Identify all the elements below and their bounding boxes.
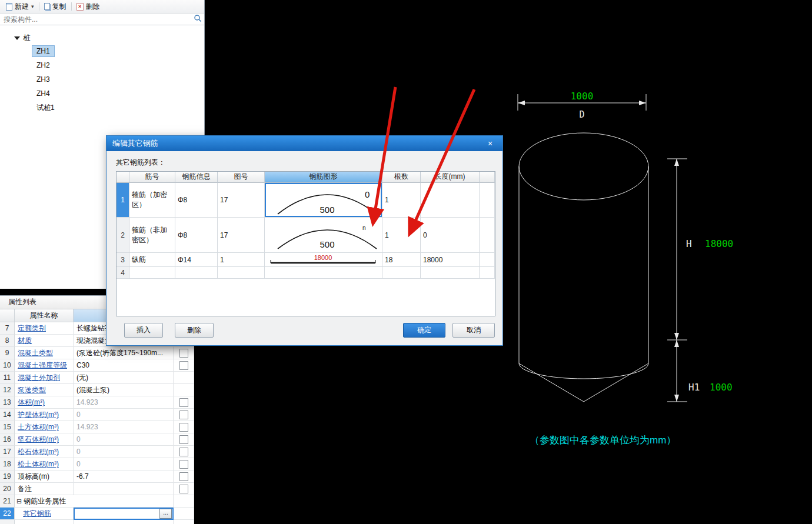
component-toolbar: 新建 ▾ 复制 × 删除	[0, 0, 204, 14]
property-value[interactable]: -6.7	[74, 470, 174, 483]
bar-length	[421, 267, 480, 279]
dim-h-value: 18000	[705, 238, 733, 249]
header-bar-info[interactable]: 钢筋信息	[175, 172, 218, 183]
property-row[interactable]: 17 松石体积(m³) 0	[0, 446, 194, 458]
property-panel-tab[interactable]: 属性列表	[0, 296, 109, 309]
toolbar-separator	[39, 2, 39, 11]
rebar-row[interactable]: 3 纵筋 Φ14 1 18000 18 18000	[117, 253, 495, 267]
checkbox[interactable]	[179, 435, 188, 444]
row-number: 17	[0, 446, 15, 458]
tree-node-pile[interactable]: 桩	[0, 31, 204, 44]
property-row-partial[interactable]	[0, 520, 194, 524]
dim-arrow-icon	[674, 159, 679, 166]
checkbox[interactable]	[179, 410, 188, 419]
property-value[interactable]	[74, 483, 174, 495]
property-row[interactable]: 13 体积(m³) 14.923	[0, 396, 194, 409]
property-row-selected[interactable]: 22 其它钢筋 ...	[0, 508, 194, 520]
property-value[interactable]: C30	[74, 359, 174, 372]
property-row[interactable]: 15 土方体积(m³) 14.923	[0, 421, 194, 433]
tree-item-shizhuang1[interactable]: 试桩1	[0, 101, 204, 115]
property-value[interactable]: (混凝土泵)	[74, 384, 174, 396]
property-row[interactable]: 16 坚石体积(m³) 0	[0, 433, 194, 446]
property-row[interactable]: 18 松土体积(m³) 0	[0, 458, 194, 470]
checkbox-cell	[174, 384, 194, 396]
tree-item-label: ZH4	[32, 88, 54, 99]
property-value[interactable]: (无)	[74, 372, 174, 384]
property-row[interactable]: 10 混凝土强度等级 C30	[0, 359, 194, 372]
close-icon[interactable]: ×	[484, 139, 497, 148]
tree-item-zh3[interactable]: ZH3	[0, 72, 204, 86]
ellipsis-button[interactable]: ...	[159, 509, 172, 519]
property-row[interactable]: 14 护壁体积(m³) 0	[0, 409, 194, 421]
property-group-row[interactable]: 21 钢筋业务属性	[0, 495, 194, 508]
header-property-name[interactable]: 属性名称	[15, 309, 74, 322]
tree-item-zh1[interactable]: ZH1	[0, 44, 204, 58]
property-row[interactable]: 19 顶标高(m) -6.7	[0, 470, 194, 483]
tree-item-zh4[interactable]: ZH4	[0, 86, 204, 101]
search-icon[interactable]	[194, 14, 202, 25]
header-figure-no[interactable]: 图号	[218, 172, 265, 183]
property-value[interactable]: (泵送砼(坍落度175~190m...	[74, 347, 174, 359]
delete-button[interactable]: × 删除	[74, 1, 103, 12]
header-length[interactable]: 长度(mm)	[421, 172, 480, 183]
search-input[interactable]	[2, 15, 194, 24]
property-row[interactable]: 11 混凝土外加剂 (无)	[0, 372, 194, 384]
chevron-down-icon[interactable]: ▾	[31, 4, 34, 9]
dialog-title-bar[interactable]: 编辑其它钢筋 ×	[107, 136, 502, 151]
rebar-row-empty[interactable]: 4	[117, 267, 495, 279]
row-number	[0, 520, 15, 524]
property-name: 护壁体积(m³)	[15, 409, 74, 421]
svg-text:500: 500	[320, 205, 334, 215]
pile-bottom-arc	[519, 363, 648, 379]
rebar-table: 筋号 钢筋信息 图号 钢筋图形 根数 长度(mm) 1 箍筋（加密区） Φ8 1…	[116, 171, 495, 316]
header-count[interactable]: 根数	[382, 172, 421, 183]
checkbox[interactable]	[179, 361, 188, 370]
row-number: 13	[0, 396, 15, 409]
dialog-title-text: 编辑其它钢筋	[112, 138, 158, 149]
checkbox[interactable]	[179, 349, 188, 358]
insert-button[interactable]: 插入	[124, 323, 163, 338]
dim-arrow-icon	[639, 101, 646, 105]
property-group-name[interactable]: 钢筋业务属性	[15, 495, 174, 508]
checkbox[interactable]	[179, 423, 188, 432]
tree-item-zh2[interactable]: ZH2	[0, 58, 204, 72]
ok-button[interactable]: 确定	[403, 323, 445, 338]
property-name: 混凝土强度等级	[15, 359, 74, 372]
property-name: 坚石体积(m³)	[15, 433, 74, 446]
tree-item-label: ZH3	[32, 74, 54, 85]
delete-row-button[interactable]: 删除	[175, 323, 214, 338]
property-value-editing[interactable]: ...	[74, 508, 174, 520]
figure-no: 17	[218, 218, 265, 253]
cancel-button[interactable]: 取消	[452, 323, 495, 338]
checkbox[interactable]	[179, 448, 188, 456]
rebar-row[interactable]: 1 箍筋（加密区） Φ8 17 0 500 1	[117, 183, 495, 218]
checkbox-cell	[174, 433, 194, 446]
checkbox[interactable]	[179, 460, 188, 469]
bar-shape-cell[interactable]: 18000	[265, 253, 382, 267]
row-number: 19	[0, 470, 15, 483]
bar-shape-cell[interactable]: 0 500	[265, 183, 382, 218]
copy-button[interactable]: 复制	[41, 1, 69, 12]
search-bar	[0, 14, 204, 25]
checkbox-cell	[174, 421, 194, 433]
property-row[interactable]: 9 混凝土类型 (泵送砼(坍落度175~190m...	[0, 347, 194, 359]
row-number: 16	[0, 433, 15, 446]
rebar-row[interactable]: 2 箍筋（非加密区） Φ8 17 n 500 1 0	[117, 218, 495, 253]
checkbox[interactable]	[179, 398, 188, 407]
property-row[interactable]: 12 泵送类型 (混凝土泵)	[0, 384, 194, 396]
bar-length	[421, 183, 480, 218]
tree-expand-icon[interactable]	[14, 36, 20, 40]
cad-units-note: （参数图中各参数单位均为mm）	[530, 435, 676, 446]
property-value: 14.923	[74, 421, 174, 433]
bar-shape-cell[interactable]: n 500	[265, 218, 382, 253]
checkbox[interactable]	[179, 472, 188, 481]
bar-count: 18	[382, 253, 421, 267]
toolbar-separator	[71, 2, 72, 11]
row-number: 7	[0, 322, 15, 335]
checkbox[interactable]	[179, 485, 188, 493]
header-bar-no[interactable]: 筋号	[129, 172, 175, 183]
header-bar-shape[interactable]: 钢筋图形	[265, 172, 382, 183]
new-button[interactable]: 新建 ▾	[3, 1, 37, 12]
tree-item-label: ZH2	[32, 60, 54, 71]
property-row[interactable]: 20 备注	[0, 483, 194, 495]
